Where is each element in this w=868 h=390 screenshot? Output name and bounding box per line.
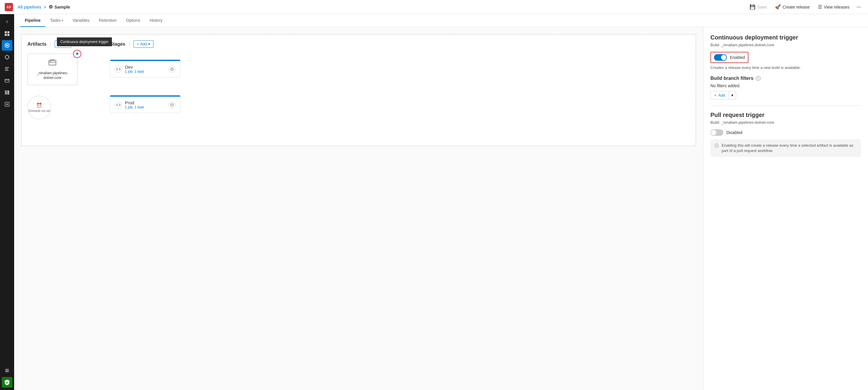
svg-rect-6: [5, 67, 9, 68]
cd-description: Creates a release every time a new build…: [710, 65, 861, 70]
artifacts-section: Artifacts | + Add: [27, 40, 92, 119]
more-options-button[interactable]: ···: [854, 2, 863, 12]
sidebar-item-dashboard[interactable]: [2, 28, 12, 39]
dev-pre-deployment-icon[interactable]: [168, 66, 176, 73]
pr-info-icon: ⓘ: [715, 143, 719, 148]
dev-stage-right: [168, 66, 176, 73]
save-button[interactable]: 💾 Save: [746, 2, 770, 11]
prod-stage-name: Prod: [125, 100, 165, 105]
sidebar-item-deploy[interactable]: [2, 52, 12, 62]
pr-toggle[interactable]: [710, 129, 723, 136]
add-filter-btn: + Add ▾: [710, 91, 736, 99]
chevron-down-icon: ▾: [731, 93, 734, 97]
stages-header: Stages | + Add ▾: [110, 40, 690, 48]
sidebar-item-shield[interactable]: [2, 377, 12, 388]
add-filter-dropdown-button[interactable]: ▾: [729, 91, 736, 99]
svg-point-5: [6, 44, 8, 46]
cd-trigger-subtitle: Build: _ninallam.pipelines-dotnet-core: [710, 43, 861, 47]
dev-stage-icon: [115, 66, 122, 73]
cd-trigger-button[interactable]: [73, 50, 81, 58]
pipeline-sections: Artifacts | + Add: [27, 40, 690, 119]
artifacts-title: Artifacts: [27, 41, 46, 47]
create-release-button[interactable]: 🚀 Create release: [771, 2, 813, 11]
sidebar-item-plus[interactable]: +: [2, 17, 12, 27]
no-filters-label: No filters added.: [710, 83, 861, 88]
pr-info-text: Enabling this will create a release ever…: [722, 143, 857, 153]
pipeline-icon: ⚙: [49, 4, 53, 10]
breadcrumb: All pipelines > ⚙ Sample: [18, 4, 70, 10]
topbar-actions: 💾 Save 🚀 Create release ☰ View releases …: [746, 2, 863, 12]
prod-stage-right: [168, 101, 176, 109]
stages-title: Stages: [110, 41, 125, 47]
sidebar-item-external[interactable]: [2, 365, 12, 376]
cd-trigger-title: Continuous deployment trigger: [710, 34, 861, 41]
rocket-icon: 🚀: [775, 4, 781, 10]
svg-rect-18: [49, 60, 56, 65]
svg-rect-11: [8, 90, 9, 95]
view-releases-button[interactable]: ☰ View releases: [814, 2, 853, 11]
breadcrumb-current: ⚙ Sample: [49, 4, 70, 10]
content-area: Continuous deployment trigger Artifacts …: [14, 27, 868, 390]
pr-trigger-title: Pull request trigger: [710, 112, 861, 118]
prod-stage-subtitle: 1 job, 1 task: [125, 105, 165, 109]
prod-stage-info: Prod 1 job, 1 task: [125, 100, 165, 109]
stage-body-dev: Dev 1 job, 1 task: [110, 61, 180, 77]
breadcrumb-separator: >: [43, 4, 46, 9]
tab-tasks[interactable]: Tasks ▾: [45, 14, 68, 27]
tabbar: Pipeline Tasks ▾ Variables Retention Opt…: [14, 14, 868, 27]
dev-stage-name: Dev: [125, 64, 165, 69]
prod-pre-deployment-icon[interactable]: [168, 101, 176, 109]
layout: + Pipeline Task: [0, 14, 868, 390]
stages-section: Stages | + Add ▾: [92, 40, 690, 113]
schedule-row: ⏰ Schedule not set: [27, 90, 92, 119]
cd-toggle-thumb: [721, 55, 726, 60]
breadcrumb-link[interactable]: All pipelines: [18, 4, 41, 9]
pr-toggle-label: Disabled: [726, 130, 742, 135]
pr-info-box: ⓘ Enabling this will create a release ev…: [710, 139, 861, 157]
prod-stage-icon: [115, 101, 122, 109]
panel-divider: [710, 106, 861, 106]
schedule-label: Schedule not set: [28, 109, 50, 113]
dev-stage-info: Dev 1 job, 1 task: [125, 64, 165, 73]
pr-toggle-thumb: [711, 130, 716, 135]
cd-toggle-row: Enabled: [710, 52, 748, 63]
svg-rect-3: [7, 34, 9, 36]
sidebar: +: [0, 14, 14, 390]
stage-card-dev: Dev 1 job, 1 task: [110, 60, 181, 78]
build-branch-filters-info-icon[interactable]: i: [756, 76, 761, 81]
tab-variables[interactable]: Variables: [68, 14, 94, 27]
sidebar-item-pipelines[interactable]: [2, 40, 12, 51]
svg-rect-9: [5, 90, 6, 95]
sidebar-item-library[interactable]: [2, 87, 12, 98]
topbar: AS All pipelines > ⚙ Sample 💾 Save 🚀 Cre…: [0, 0, 868, 14]
svg-rect-1: [7, 31, 9, 33]
schedule-card[interactable]: ⏰ Schedule not set: [27, 96, 51, 119]
pr-toggle-row: Disabled: [710, 129, 861, 136]
pipeline-container: Continuous deployment trigger Artifacts …: [21, 34, 696, 146]
artifact-icon: [48, 59, 57, 69]
main: Pipeline Tasks ▾ Variables Retention Opt…: [14, 14, 868, 390]
tab-pipeline[interactable]: Pipeline: [20, 14, 45, 27]
right-panel: Continuous deployment trigger Build: _ni…: [703, 27, 868, 390]
cd-toggle[interactable]: [714, 54, 727, 61]
avatar: AS: [5, 3, 13, 11]
stage-card-prod: Prod 1 job, 1 task: [110, 95, 181, 113]
artifact-name: _ninallam.pipelines-dotnet-core: [32, 71, 72, 80]
stages-add-button[interactable]: + Add ▾: [133, 40, 153, 48]
add-filter-main-button[interactable]: + Add: [711, 91, 729, 99]
tab-retention[interactable]: Retention: [94, 14, 121, 27]
svg-rect-16: [5, 369, 9, 370]
save-icon: 💾: [750, 4, 755, 10]
cd-toggle-label: Enabled: [730, 55, 745, 60]
sidebar-item-test[interactable]: [2, 64, 12, 74]
list-icon: ☰: [818, 4, 822, 10]
pr-trigger-subtitle: Build: _ninallam.pipelines-dotnet-core: [710, 120, 861, 125]
sidebar-item-tasks[interactable]: [2, 99, 12, 110]
svg-rect-7: [5, 69, 8, 69]
tab-options[interactable]: Options: [121, 14, 145, 27]
schedule-icon: ⏰: [36, 102, 42, 108]
svg-rect-2: [5, 34, 7, 36]
sidebar-item-artifacts[interactable]: [2, 76, 12, 86]
svg-point-20: [50, 61, 51, 62]
tab-history[interactable]: History: [145, 14, 167, 27]
